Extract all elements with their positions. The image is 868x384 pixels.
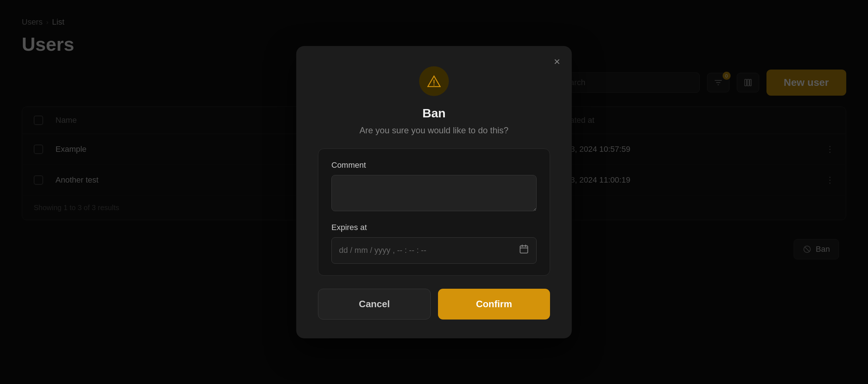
comment-textarea[interactable] bbox=[331, 175, 537, 211]
ban-modal: × Ban Are you sure you would like to do … bbox=[296, 46, 572, 338]
expires-at-field[interactable]: dd / mm / yyyy , -- : -- : -- bbox=[331, 237, 537, 264]
modal-actions: Cancel Confirm bbox=[318, 289, 550, 320]
confirm-button[interactable]: Confirm bbox=[438, 289, 550, 320]
modal-overlay: × Ban Are you sure you would like to do … bbox=[0, 0, 868, 384]
modal-title: Ban bbox=[318, 106, 550, 120]
cancel-button[interactable]: Cancel bbox=[318, 289, 431, 320]
modal-warning-icon bbox=[419, 66, 449, 96]
warning-triangle-icon bbox=[427, 75, 441, 88]
modal-body: Comment Expires at dd / mm / yyyy , -- :… bbox=[318, 149, 550, 276]
calendar-icon bbox=[519, 244, 529, 257]
comment-label: Comment bbox=[331, 160, 537, 170]
modal-close-button[interactable]: × bbox=[554, 56, 560, 67]
expires-placeholder: dd / mm / yyyy , -- : -- : -- bbox=[339, 246, 426, 255]
svg-point-8 bbox=[434, 84, 435, 85]
expires-label: Expires at bbox=[331, 223, 537, 232]
svg-rect-9 bbox=[520, 246, 528, 253]
modal-subtitle: Are you sure you would like to do this? bbox=[318, 125, 550, 135]
